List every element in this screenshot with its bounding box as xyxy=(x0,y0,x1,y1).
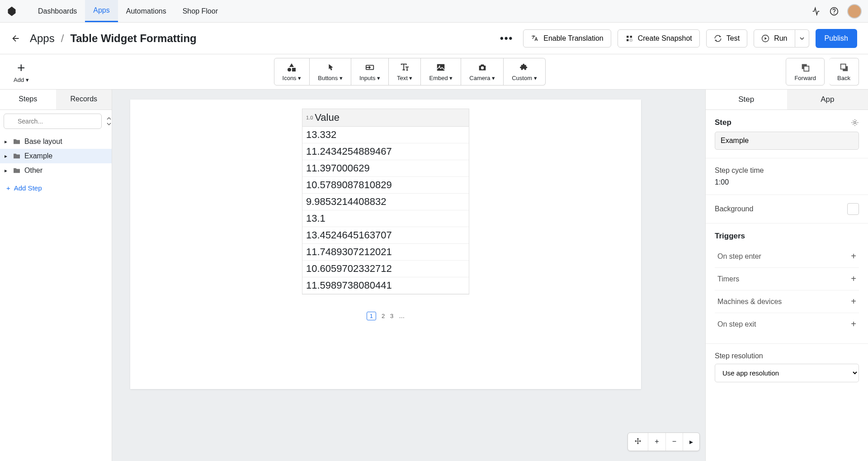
page-1[interactable]: 1 xyxy=(367,312,376,320)
play-icon xyxy=(761,34,769,43)
widget-tool-group: Icons ▾ Buttons ▾ Inputs ▾ Text ▾ Embed … xyxy=(274,58,546,86)
tab-step[interactable]: Step xyxy=(706,90,787,109)
bring-forward-icon xyxy=(800,62,810,73)
table-row[interactable]: 11.5989738080441 xyxy=(302,277,469,294)
pagination: 1 2 3 … xyxy=(139,305,632,322)
input-icon xyxy=(364,62,375,73)
svg-rect-8 xyxy=(292,68,296,71)
send-back-icon xyxy=(839,62,849,73)
background-label: Background xyxy=(715,205,753,213)
add-button[interactable]: + Add ▾ xyxy=(9,57,33,86)
plus-icon: + xyxy=(17,60,25,76)
activity-icon[interactable] xyxy=(811,6,821,16)
tree-item-example[interactable]: ▸ Example xyxy=(0,149,112,163)
step-name-input[interactable] xyxy=(715,132,859,150)
snapshot-icon xyxy=(625,34,633,43)
canvas[interactable]: 1.0 Value 13.332 11.2434254889467 11.397… xyxy=(130,100,641,389)
embed-tool-button[interactable]: Embed ▾ xyxy=(421,58,461,86)
plus-icon[interactable]: + xyxy=(851,296,856,307)
column-index: 1.0 xyxy=(306,115,313,120)
trigger-timers[interactable]: Timers + xyxy=(715,268,859,290)
chevron-right-icon: ▸ xyxy=(5,138,9,145)
nav-tab-dashboards[interactable]: Dashboards xyxy=(30,0,85,22)
zoom-out-button[interactable]: − xyxy=(666,433,683,451)
run-dropdown-button[interactable] xyxy=(795,29,809,48)
help-icon[interactable] xyxy=(829,6,839,16)
table-row[interactable]: 13.1 xyxy=(302,210,469,227)
trigger-machines-devices[interactable]: Machines & devices + xyxy=(715,290,859,313)
add-label: Add xyxy=(14,76,24,83)
create-snapshot-button[interactable]: Create Snapshot xyxy=(618,29,700,48)
more-menu-icon[interactable]: ••• xyxy=(496,33,517,44)
inputs-tool-button[interactable]: Inputs ▾ xyxy=(351,58,389,86)
trigger-on-step-enter[interactable]: On step enter + xyxy=(715,245,859,268)
run-button-group: Run xyxy=(754,29,809,48)
test-button[interactable]: Test xyxy=(706,29,747,48)
camera-tool-button[interactable]: Camera ▾ xyxy=(461,58,504,86)
back-arrow-icon[interactable] xyxy=(11,33,21,43)
search-input[interactable] xyxy=(4,114,102,129)
nav-tab-automations[interactable]: Automations xyxy=(118,0,175,22)
plus-icon[interactable]: + xyxy=(851,319,856,329)
tab-steps[interactable]: Steps xyxy=(0,90,56,109)
table-row[interactable]: 11.2434254889467 xyxy=(302,143,469,160)
table-row[interactable]: 10.5789087810829 xyxy=(302,177,469,194)
text-tool-button[interactable]: Text ▾ xyxy=(389,58,421,86)
enable-translation-button[interactable]: Enable Translation xyxy=(523,29,611,48)
svg-point-12 xyxy=(481,67,484,69)
background-color-swatch[interactable] xyxy=(847,203,859,215)
plus-icon: + xyxy=(6,184,10,192)
refresh-icon xyxy=(714,34,722,43)
page-more[interactable]: … xyxy=(399,313,405,319)
tree-item-base-layout[interactable]: ▸ Base layout xyxy=(0,134,112,149)
main-area: Steps Records ▸ Base layout ▸ Example xyxy=(0,90,868,461)
nav-tab-shop-floor[interactable]: Shop Floor xyxy=(175,0,226,22)
tab-records[interactable]: Records xyxy=(56,90,112,109)
translate-icon xyxy=(531,34,539,43)
custom-tool-button[interactable]: Custom ▾ xyxy=(504,58,545,86)
user-avatar[interactable] xyxy=(847,4,862,19)
resolution-select[interactable]: Use app resolution xyxy=(715,364,859,382)
svg-point-11 xyxy=(439,66,440,67)
page-3[interactable]: 3 xyxy=(390,313,393,319)
nav-tab-apps[interactable]: Apps xyxy=(85,0,118,22)
move-icon[interactable] xyxy=(628,433,648,451)
publish-button[interactable]: Publish xyxy=(816,29,857,48)
icons-tool-button[interactable]: Icons ▾ xyxy=(274,58,310,86)
table-row[interactable]: 13.332 xyxy=(302,127,469,143)
test-label: Test xyxy=(726,34,740,43)
table-row[interactable]: 11.7489307212021 xyxy=(302,244,469,261)
tree-item-other[interactable]: ▸ Other xyxy=(0,163,112,178)
run-button[interactable]: Run xyxy=(754,29,795,48)
table-row[interactable]: 9.9853214408832 xyxy=(302,194,469,210)
gear-icon[interactable] xyxy=(851,119,859,127)
page-2[interactable]: 2 xyxy=(382,313,385,319)
forward-button[interactable]: Forward xyxy=(786,58,825,86)
add-step-button[interactable]: + Add Step xyxy=(0,180,112,196)
chevron-right-icon[interactable]: ▸ xyxy=(683,433,699,451)
zoom-in-button[interactable]: + xyxy=(648,433,665,451)
create-snapshot-label: Create Snapshot xyxy=(638,34,692,43)
tree-item-label: Example xyxy=(24,152,52,160)
table-header[interactable]: 1.0 Value xyxy=(302,109,469,127)
svg-rect-2 xyxy=(627,36,629,38)
add-step-label: Add Step xyxy=(14,184,42,192)
table-row[interactable]: 11.397000629 xyxy=(302,160,469,177)
canvas-wrap: 1.0 Value 13.332 11.2434254889467 11.397… xyxy=(112,90,705,461)
buttons-tool-button[interactable]: Buttons ▾ xyxy=(310,58,351,86)
cycle-time-value[interactable]: 1:00 xyxy=(715,178,859,186)
trigger-on-step-exit[interactable]: On step exit + xyxy=(715,313,859,335)
table-widget[interactable]: 1.0 Value 13.332 11.2434254889467 11.397… xyxy=(302,109,469,295)
tab-app[interactable]: App xyxy=(787,90,868,109)
table-row[interactable]: 10.6059702332712 xyxy=(302,261,469,277)
page-title[interactable]: Table Widget Formatting xyxy=(70,32,196,45)
top-nav: Dashboards Apps Automations Shop Floor xyxy=(0,0,868,23)
back-button[interactable]: Back xyxy=(829,58,859,86)
table-row[interactable]: 13.4524645163707 xyxy=(302,227,469,244)
tree-item-label: Base layout xyxy=(24,138,62,146)
secondary-bar: Apps / Table Widget Formatting ••• Enabl… xyxy=(0,23,868,54)
breadcrumb-root[interactable]: Apps xyxy=(30,32,55,45)
plus-icon[interactable]: + xyxy=(851,251,856,261)
plus-icon[interactable]: + xyxy=(851,274,856,284)
zoom-controls: + − ▸ xyxy=(627,432,700,451)
